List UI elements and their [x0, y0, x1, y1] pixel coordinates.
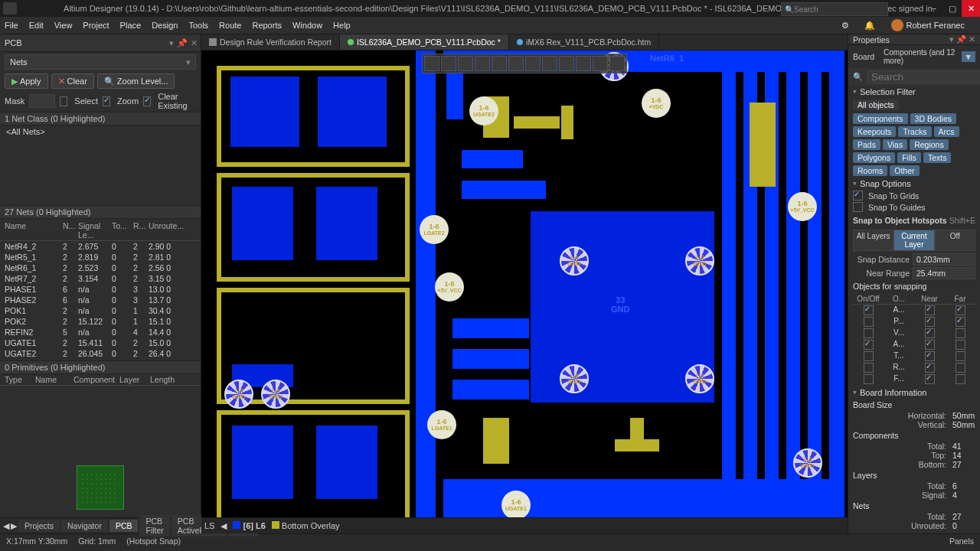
nets-columns[interactable]: NameN...Signal Le...To...R...Unroute... — [0, 220, 201, 241]
panel-dropdown-icon[interactable]: ▾ — [169, 38, 174, 48]
section-board-info[interactable]: Board Information — [848, 386, 980, 399]
pad[interactable]: 1-6UGATE2 — [469, 96, 498, 126]
menu-tools[interactable]: Tools — [188, 21, 208, 30]
hud-layer-icon[interactable] — [542, 56, 557, 71]
bell-icon[interactable]: 🔔 — [864, 21, 875, 31]
pad[interactable]: 1-6+5V_VCC — [435, 272, 464, 302]
mode-dropdown[interactable]: Nets — [5, 54, 196, 70]
hud-align-icon[interactable] — [475, 56, 490, 71]
net-row[interactable]: POK12n/a0130.4 0 — [0, 305, 201, 316]
panels-button[interactable]: Panels — [949, 536, 974, 546]
doc-tab-report[interactable]: Design Rule Verification Report — [201, 34, 340, 50]
net-row[interactable]: POK2215.1220115.1 0 — [0, 316, 201, 327]
section-snap-options[interactable]: Snap Options — [848, 178, 980, 190]
panel-pin-icon[interactable]: 📌 — [177, 38, 188, 48]
via[interactable]: 1-6GND — [793, 448, 822, 478]
pad[interactable]: 1-6UGATE1 — [501, 491, 531, 517]
net-row[interactable]: UGATE1215.4110215.0 0 — [0, 337, 201, 348]
via[interactable]: 1-6GND — [261, 380, 290, 409]
gear-icon[interactable]: ⚙ — [841, 21, 849, 31]
pad[interactable]: 1-6LGATE2 — [420, 215, 449, 244]
tab-pcb-filter[interactable]: PCB Filter — [139, 515, 169, 536]
layer-overlay[interactable]: Bottom Overlay — [272, 521, 340, 530]
filter-chip[interactable]: Texts — [923, 152, 952, 163]
filter-chip[interactable]: Other — [890, 165, 919, 176]
filter-chip[interactable]: Keepouts — [853, 126, 896, 137]
hud-route-icon[interactable] — [508, 56, 524, 71]
via[interactable]: 1-6GND — [224, 380, 253, 409]
layer-active[interactable]: [6] L6 — [233, 521, 265, 530]
doc-tab-pcb[interactable]: ISL6236A_DEMO_PCB_V111.PcbDoc * — [340, 34, 509, 50]
pad[interactable]: 1-6+5V_VCC — [788, 192, 817, 221]
filter-chip[interactable]: Fills — [897, 152, 921, 163]
filter-chip[interactable]: Rooms — [853, 165, 887, 176]
tab-nav-right[interactable]: ▶ — [11, 521, 17, 531]
tab-navigator[interactable]: Navigator — [61, 520, 108, 532]
via[interactable]: 1-6GND — [685, 246, 714, 276]
pad[interactable]: 1-6+VDC — [642, 89, 671, 118]
snap-distance-input[interactable]: 0.203mm — [913, 253, 975, 266]
global-search[interactable]: 🔍 Search — [781, 2, 888, 16]
menu-reports[interactable]: Reports — [252, 21, 282, 30]
close-button[interactable]: ✕ — [962, 0, 980, 17]
tab-nav-left[interactable]: ◀ — [3, 521, 9, 531]
clear-existing-checkbox[interactable] — [143, 96, 151, 106]
filter-chip[interactable]: Arcs — [934, 126, 959, 137]
filter-icon[interactable]: ▼ — [962, 51, 975, 62]
netclass-item[interactable]: <All Nets> — [0, 126, 201, 205]
apply-button[interactable]: ▶Apply — [5, 73, 48, 89]
net-row[interactable]: NetR4_222.675022.90 0 — [0, 241, 201, 252]
zoom-level-button[interactable]: 🔍 Zoom Level... — [97, 73, 175, 89]
hud-measure-icon[interactable] — [576, 56, 591, 71]
section-selection-filter[interactable]: Selection Filter — [848, 86, 980, 98]
panel-close-icon[interactable]: ✕ — [191, 38, 198, 48]
minimize-button[interactable]: − — [925, 0, 943, 17]
menu-file[interactable]: File — [5, 21, 18, 30]
doc-tab-htm[interactable]: iMX6 Rex_V111_PCB.PcbDoc.htm — [509, 34, 659, 50]
snap-row[interactable]: A... — [853, 305, 975, 316]
menu-view[interactable]: View — [54, 21, 73, 30]
filter-chip[interactable]: 3D Bodies — [910, 113, 956, 124]
clear-button[interactable]: ✕Clear — [51, 73, 94, 89]
filter-chip[interactable]: Regions — [910, 139, 949, 150]
layer-nav-left[interactable]: ◀ — [220, 521, 227, 531]
pad[interactable]: 1-6LGATE1 — [427, 410, 456, 439]
properties-search[interactable] — [867, 70, 980, 83]
hud-select-icon[interactable] — [458, 56, 473, 71]
menu-route[interactable]: Route — [219, 21, 241, 30]
menu-window[interactable]: Window — [292, 21, 322, 30]
snap-guides-checkbox[interactable] — [853, 202, 863, 212]
via[interactable]: 1-6GND — [685, 364, 714, 393]
select-checkbox[interactable] — [60, 96, 67, 106]
filter-chip[interactable]: Components — [853, 113, 908, 124]
snap-grids-checkbox[interactable] — [853, 191, 863, 201]
snap-row[interactable]: A... — [853, 339, 975, 350]
hud-place-icon[interactable] — [525, 56, 541, 71]
snap-row[interactable]: F... — [853, 373, 975, 385]
snap-row[interactable]: T... — [853, 350, 975, 362]
canvas-toolbar[interactable] — [422, 54, 627, 73]
mask-input[interactable] — [29, 94, 55, 108]
snap-row[interactable]: P... — [853, 316, 975, 328]
hud-grid-icon[interactable] — [492, 56, 507, 71]
hud-move-icon[interactable] — [441, 56, 456, 71]
tab-projects[interactable]: Projects — [18, 520, 60, 532]
snap-layer-segmented[interactable]: All LayersCurrent LayerOff — [853, 230, 975, 251]
hud-text-icon[interactable] — [593, 56, 608, 71]
net-row[interactable]: UGATE2226.0450226.4 0 — [0, 348, 201, 359]
net-row[interactable]: NetR6_122.523022.56 0 — [0, 262, 201, 273]
hud-cursor-icon[interactable] — [424, 56, 439, 71]
net-row[interactable]: NetR7_223.154023.15 0 — [0, 273, 201, 284]
chip-all-objects[interactable]: All objects — [853, 99, 899, 110]
net-row[interactable]: NetR5_122.819022.81 0 — [0, 252, 201, 262]
menu-help[interactable]: Help — [333, 21, 351, 30]
board-thumbnail[interactable] — [77, 465, 124, 510]
scope-components[interactable]: Components (and 12 more) — [884, 48, 957, 65]
filter-chip[interactable]: Vias — [883, 139, 907, 150]
hud-more-icon[interactable] — [609, 56, 625, 71]
net-row[interactable]: PHASE16n/a0313.0 0 — [0, 284, 201, 295]
user-badge[interactable]: Robert Feranec — [891, 19, 975, 31]
menu-project[interactable]: Project — [83, 21, 109, 30]
maximize-button[interactable]: ▢ — [943, 0, 962, 17]
near-range-input[interactable]: 25.4mm — [913, 267, 975, 279]
